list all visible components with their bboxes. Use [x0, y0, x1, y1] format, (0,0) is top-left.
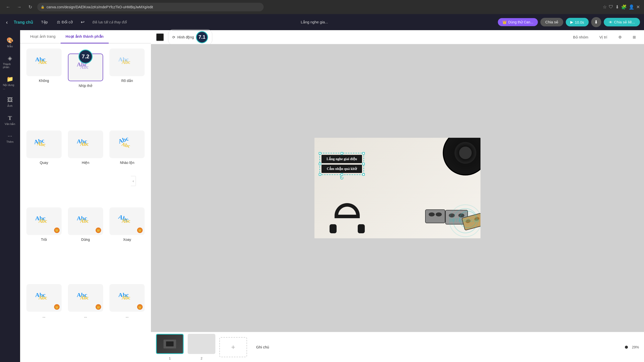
filmstrip-add-page[interactable]: + [219, 337, 247, 357]
topbar-play-button[interactable]: ▶ 10.0s [566, 18, 589, 26]
sidebar-label-noi-dung: Nội dung ... [3, 83, 17, 90]
eye-icon: 👁 [609, 20, 613, 24]
text-box-line-1[interactable]: Lắng nghe giai điệu [321, 155, 362, 163]
anim-item-ro-dan[interactable]: Abc Abc Rõ dần [108, 49, 146, 126]
anim-label-khong: Không [39, 79, 49, 83]
topbar-download-button[interactable]: ⬇ [591, 17, 601, 27]
headphones-ear-left [330, 224, 337, 233]
topbar-pro-button[interactable]: 👑 Dùng thử Can... [498, 18, 538, 26]
handle-top-left[interactable] [319, 152, 321, 155]
anim-item-row4c[interactable]: Abc Abc 👑 ... [108, 284, 146, 357]
filmstrip-page2-wrapper: 2 [188, 334, 215, 360]
anim-item-troi[interactable]: Abc Abc 👑 Trôi [25, 207, 63, 280]
anim-label-troi: Trôi [41, 238, 47, 242]
bookmark-icon[interactable]: ☆ [603, 4, 607, 10]
browser-refresh-btn[interactable]: ↻ [26, 3, 34, 11]
anim-preview-hien: Abc Abc [68, 130, 103, 158]
sidebar-item-mau[interactable]: 🎨 Mẫu [1, 34, 19, 51]
anim-item-khong[interactable]: Abc Abc Không [25, 49, 63, 126]
topbar-share-link-button[interactable]: 👁 Chia sẻ liê... [604, 18, 640, 26]
sidebar-label-anh: Ảnh [7, 104, 12, 108]
vi-tri-button[interactable]: Vị trí [596, 33, 610, 41]
filmstrip-page-1-number: 1 [169, 356, 171, 360]
crown-badge-row4c: 👑 [137, 304, 143, 310]
anim-preview-row4c: Abc Abc 👑 [109, 284, 145, 312]
grid-button[interactable]: ⊞ [630, 33, 639, 41]
anim-item-nhao-lon[interactable]: Abc Abc Nhào lộn [108, 130, 146, 203]
topbar-doi-co-menu[interactable]: ⚖ Đổi cỡ [53, 18, 77, 26]
notes-label: Ghi chú [256, 345, 269, 349]
van-ban-icon: T [8, 115, 12, 121]
imta-text: IMTA.edu.vn [450, 217, 479, 223]
settings-icon: ⚙ [618, 35, 622, 39]
browser-back-btn[interactable]: ← [4, 3, 12, 11]
handle-bottom-right[interactable] [362, 173, 365, 176]
settings-button[interactable]: ⚙ [615, 33, 625, 41]
profile-icon[interactable]: 👤 [629, 4, 634, 10]
text-selection-box[interactable]: Lắng nghe giai điệu Cảm nhận quá khứ ↻ [319, 153, 364, 175]
handle-top-mid[interactable] [341, 152, 343, 155]
tab-hoat-anh-trang[interactable]: Hoạt ảnh trang [25, 30, 61, 43]
animation-button[interactable]: ⟳ Hình động 7.1 [168, 29, 212, 45]
rotate-handle[interactable]: ↻ [340, 175, 344, 181]
headphones-image [330, 203, 365, 233]
handle-top-right[interactable] [362, 152, 365, 155]
extensions-icon[interactable]: 🧩 [621, 4, 627, 10]
headphones-arc [335, 203, 360, 218]
animation-tabs: Hoạt ảnh trang Hoạt ảnh thành phần [20, 30, 151, 43]
browser-bar: ← → ↻ 🔒 canva.com/design/DAElKxwJzKs/mde… [0, 0, 644, 14]
anim-item-hien[interactable]: Abc Abc Hiện [67, 130, 104, 203]
anim-preview-troi: Abc Abc 👑 [26, 207, 62, 235]
anim-item-dung[interactable]: Abc Abc 👑 Dừng [67, 207, 104, 280]
tab-hoat-anh-thanh-phan[interactable]: Hoạt ảnh thành phần [61, 30, 109, 43]
app-topbar: ‹ Trang chủ Tệp ⚖ Đổi cỡ ↩ Đã lưu tất cả… [0, 14, 644, 30]
anim-label-nhao-lon: Nhào lộn [120, 161, 134, 165]
canvas-workspace[interactable]: Lắng nghe giai điệu Cảm nhận quá khứ ↻ [151, 44, 644, 332]
topbar-home-link[interactable]: Trang chủ [11, 18, 36, 27]
color-swatch[interactable] [156, 33, 164, 41]
anh-icon: 🖼 [7, 97, 13, 103]
handle-bottom-left[interactable] [319, 173, 321, 176]
browser-close-icon[interactable]: ✕ [636, 4, 640, 10]
handle-right-mid[interactable] [362, 163, 365, 165]
collapse-panel-arrow[interactable]: ‹ [131, 176, 136, 186]
anim-item-nhip-tho[interactable]: 7.2 Abc Abc Nhịp thở [67, 54, 104, 126]
anim-preview-xoay: Abc Abc 👑 [109, 207, 145, 235]
crown-badge-row4b: 👑 [96, 304, 101, 310]
topbar-undo-button[interactable]: ↩ [78, 17, 88, 27]
topbar-share-button[interactable]: Chia sẻ [540, 18, 564, 26]
bo-nhom-button[interactable]: Bỏ nhóm [570, 33, 591, 41]
bottom-right-actions: 29% [625, 345, 639, 349]
text-box-line-2[interactable]: Cảm nhận quá khứ [321, 165, 362, 173]
browser-forward-btn[interactable]: → [15, 3, 23, 11]
handle-left-mid[interactable] [319, 163, 321, 165]
badge-7-1: 7.1 [196, 31, 208, 43]
anim-label-quay: Quay [40, 161, 48, 165]
topbar-lang-button[interactable]: Lắng nghe gia... [297, 18, 332, 26]
filmstrip-page-2[interactable] [188, 334, 215, 354]
topbar-saved-status: Đã lưu tất cả thay đổi [89, 20, 131, 24]
lock-icon: 🔒 [41, 5, 45, 9]
sidebar-label-mau: Mẫu [7, 45, 13, 48]
crown-badge-troi: 👑 [54, 228, 60, 233]
sidebar-item-thanh-phan[interactable]: ◈ Thành phần [1, 52, 19, 72]
browser-actions: ☆ 🛡 ⬇ 🧩 👤 ✕ [603, 4, 640, 10]
anim-label-nhip-tho: Nhịp thở [79, 84, 92, 88]
anim-item-xoay[interactable]: Abc Abc 👑 Xoay [108, 207, 146, 280]
anim-preview-row4a: Abc Abc 👑 [26, 284, 62, 312]
sidebar-item-van-ban[interactable]: T Văn bản [1, 112, 19, 129]
anim-item-row4a[interactable]: Abc Abc 👑 ... [25, 284, 63, 357]
browser-download-icon[interactable]: ⬇ [615, 4, 619, 10]
anim-item-quay[interactable]: Abc Abc Quay [25, 130, 63, 203]
sidebar-item-them[interactable]: ··· Thêm [1, 130, 19, 146]
topbar-back-button[interactable]: ‹ [4, 17, 10, 27]
anim-label-row4a: ... [43, 314, 46, 318]
browser-address-bar[interactable]: 🔒 canva.com/design/DAElKxwJzKs/mdePYfczT… [37, 3, 264, 11]
topbar-file-menu[interactable]: Tệp [37, 18, 52, 26]
anim-label-ro-dan: Rõ dần [121, 79, 133, 83]
sidebar-item-anh[interactable]: 🖼 Ảnh [1, 94, 19, 111]
filmstrip-page-1[interactable] [156, 334, 184, 354]
sidebar-item-noi-dung[interactable]: 📁 Nội dung ... [1, 73, 19, 93]
shield-icon[interactable]: 🛡 [609, 4, 613, 10]
anim-item-row4b[interactable]: Abc Abc 👑 ... [67, 284, 104, 357]
